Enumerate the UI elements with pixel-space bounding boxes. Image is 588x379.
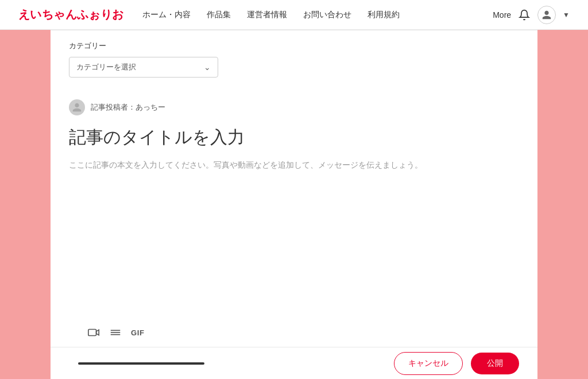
gif-button[interactable]: GIF — [131, 328, 145, 337]
svg-rect-0 — [88, 330, 96, 336]
progress-bar — [78, 362, 204, 365]
header: えいちゃんふぉりお ホーム・内容 作品集 運営者情報 お問い合わせ 利用規約 M… — [0, 0, 588, 30]
account-chevron-icon[interactable]: ▼ — [563, 11, 570, 19]
author-row: 記事投稿者：あっちー — [69, 99, 519, 115]
category-section: カテゴリー カテゴリーを選択 ⌄ — [51, 30, 537, 86]
main-layout: カテゴリー カテゴリーを選択 ⌄ 記事投稿者：あっちー 記事のタイトルを入力 こ… — [0, 30, 588, 379]
main-nav: ホーム・内容 作品集 運営者情報 お問い合わせ 利用規約 — [142, 10, 493, 20]
account-icon[interactable] — [537, 6, 556, 24]
nav-item-home[interactable]: ホーム・内容 — [142, 10, 191, 20]
category-select[interactable]: カテゴリーを選択 ⌄ — [69, 57, 218, 78]
article-area: 記事投稿者：あっちー 記事のタイトルを入力 ここに記事の本文を入力してください。… — [51, 86, 537, 347]
nav-item-contact[interactable]: お問い合わせ — [303, 10, 351, 20]
video-icon[interactable] — [87, 326, 100, 339]
footer-bar: キャンセル 公開 — [51, 347, 537, 379]
nav-more[interactable]: More — [493, 10, 511, 20]
bell-icon[interactable] — [518, 9, 531, 21]
category-select-text: カテゴリーを選択 — [76, 62, 204, 72]
nav-item-portfolio[interactable]: 作品集 — [207, 10, 231, 20]
article-body[interactable]: ここに記事の本文を入力してください。写真や動画などを追加して、メッセージを伝えま… — [69, 158, 519, 318]
article-title[interactable]: 記事のタイトルを入力 — [69, 126, 519, 148]
content-area: カテゴリー カテゴリーを選択 ⌄ 記事投稿者：あっちー 記事のタイトルを入力 こ… — [51, 30, 537, 379]
cancel-button[interactable]: キャンセル — [394, 352, 463, 375]
publish-button[interactable]: 公開 — [471, 353, 519, 374]
nav-item-operator[interactable]: 運営者情報 — [247, 10, 287, 20]
side-panel-left — [0, 30, 51, 379]
footer-progress — [69, 362, 386, 365]
divider-icon[interactable] — [109, 326, 122, 339]
side-panel-right — [537, 30, 588, 379]
header-right: More ▼ — [493, 6, 570, 24]
category-chevron-icon: ⌄ — [204, 63, 211, 72]
avatar — [69, 99, 85, 115]
author-text: 記事投稿者：あっちー — [91, 102, 165, 113]
category-label: カテゴリー — [69, 41, 519, 51]
toolbar-bottom: GIF — [69, 318, 519, 347]
site-logo[interactable]: えいちゃんふぉりお — [18, 7, 124, 22]
nav-item-terms[interactable]: 利用規約 — [368, 10, 400, 20]
